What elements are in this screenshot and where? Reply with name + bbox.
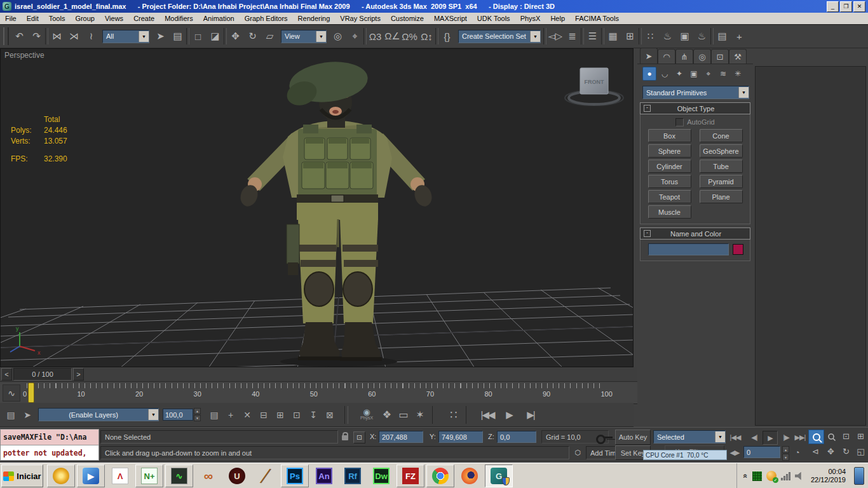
auto-key-button[interactable]: Auto Key [615,430,651,445]
field-of-view-icon[interactable]: ⊲ [808,445,823,458]
play-button[interactable]: ▶ [763,431,778,445]
infinity-app-icon[interactable]: ∞ [195,465,222,487]
snap-toggle-3d-icon[interactable]: Ω3 [367,27,384,46]
collapse-layer-icon[interactable]: ↧ [305,406,322,424]
zoom-extents-icon[interactable]: ⊡ [839,430,853,443]
go-to-start-button[interactable]: |◀◀ [728,431,742,444]
object-type-button[interactable]: Cone [700,129,743,142]
autogrid-checkbox[interactable] [675,118,684,126]
physx-rewind-icon[interactable]: |◀◀ [479,406,496,424]
menu-item[interactable]: Modifiers [159,14,198,23]
selection-lock-icon[interactable] [342,435,348,440]
menu-item[interactable]: Animation [198,14,240,23]
tab-display[interactable]: ⊡ [711,49,729,64]
viewcube-front-face[interactable]: FRONT [585,79,604,85]
toolbar-grip[interactable] [3,27,9,45]
go-to-end-button[interactable]: ▶▶| [793,431,807,444]
object-color-swatch[interactable] [733,244,743,255]
menu-item[interactable]: Tools [44,14,71,23]
menu-item[interactable]: FACIMA Tools [570,14,624,23]
listener-output-line[interactable]: potter not updated, [1,445,98,460]
tab-utilities[interactable]: ⚒ [729,49,747,64]
time-configuration-icon[interactable]: ◔ [790,447,803,458]
tray-clock[interactable]: 00:04 22/12/2019 [808,468,846,484]
object-name-field[interactable] [648,243,729,255]
network-signal-icon[interactable] [781,471,790,480]
menu-item[interactable]: Customize [386,14,429,23]
y-coordinate-field[interactable]: 749,608 [438,431,483,443]
viewcube[interactable]: FRONT [565,68,623,105]
next-frame-button[interactable]: |▶ [779,431,793,444]
spin-up-icon[interactable]: ▲ [782,446,789,453]
pan-hand-icon[interactable]: ✥ [824,445,838,458]
object-type-button[interactable]: Sphere [648,144,691,158]
filezilla-icon[interactable]: FZ [397,464,424,487]
select-by-name-icon[interactable]: ▤ [169,27,186,46]
select-and-move-icon[interactable]: ✥ [227,27,244,46]
cameras-icon[interactable]: ▣ [688,67,700,80]
photoshop-icon[interactable]: Ps [281,464,309,487]
reference-coordinate-dropdown[interactable]: View▼ [281,30,327,43]
object-type-button[interactable]: Pyramid [700,175,743,188]
tray-grid-app-icon[interactable] [752,471,762,481]
menu-item[interactable]: Group [70,14,100,23]
layer-weight-value[interactable]: 100,0 [163,409,193,421]
disable-layer-icon[interactable]: ⊠ [322,406,338,424]
select-and-link-icon[interactable]: ⋈ [48,27,65,46]
paste-layer-icon[interactable]: ⊞ [272,406,288,424]
zoom-all-icon[interactable] [824,430,838,443]
tab-hierarchy[interactable]: ⋔ [675,49,693,64]
maxscript-mini-listener[interactable]: saveMAXFile "D:\Ana potter not updated, [0,429,99,461]
geometry-icon[interactable]: ● [642,67,656,81]
shapes-icon[interactable]: ◡ [658,67,671,80]
hide-icons-chevron-icon[interactable]: « [742,474,750,478]
named-selection-set-dropdown[interactable]: Create Selection Set▼ [458,30,541,43]
previous-frame-button[interactable]: ◀| [747,431,761,444]
system-monitor-icon[interactable]: ∿ [165,464,193,487]
quick-render-icon[interactable]: ♨ [693,27,710,46]
menu-item[interactable]: Help [545,14,570,23]
z-coordinate-field[interactable]: 0,0 [497,431,536,443]
unreal-engine-icon[interactable]: U [224,465,250,487]
angle-snap-icon[interactable]: Ω∠ [384,27,401,46]
physx-ragdoll-icon[interactable]: ✶ [412,406,428,424]
delete-layer-icon[interactable]: ✕ [239,406,255,424]
select-and-scale-icon[interactable]: ▱ [261,27,278,46]
curve-editor-icon[interactable]: ▦ [604,27,621,46]
script-listener-icon[interactable]: ▤ [714,27,731,46]
communicator-cube-icon[interactable]: ⬡ [572,447,583,458]
paste-active-layer-icon[interactable]: ⊡ [288,406,305,424]
absolute-offset-toggle-icon[interactable]: ⊡ [353,431,365,444]
spin-down-icon[interactable]: ▼ [782,454,789,461]
current-frame-field[interactable]: 0 [743,446,780,458]
spin-down-icon[interactable]: ▼ [194,415,201,421]
name-color-rollout-header[interactable]: - Name and Color [640,227,750,240]
next-frame-arrow[interactable]: > [73,368,84,381]
time-slider-handle[interactable] [28,383,34,403]
copy-layer-icon[interactable]: ⊟ [255,406,272,424]
object-type-button[interactable]: Tube [700,159,743,173]
bind-to-spacewarp-icon[interactable]: ≀ [83,27,100,46]
layer-manager-icon[interactable]: ☰ [584,27,601,46]
show-desktop-button[interactable] [854,467,864,485]
object-type-button[interactable]: Cylinder [648,159,691,173]
systems-icon[interactable]: ✳ [731,67,744,80]
menu-item[interactable]: PhysX [515,14,546,23]
graphics-app-icon[interactable] [47,464,75,487]
listener-macro-line[interactable]: saveMAXFile "D:\Ana [1,430,98,445]
key-mode-toggle-icon[interactable]: ◀▶ [728,447,741,458]
arc-rotate-icon[interactable]: ↻ [839,445,853,458]
perspective-viewport[interactable]: FRONT x y Perspective Total Polys: 24.44… [0,48,634,367]
previous-frame-arrow[interactable]: < [1,368,12,381]
percent-snap-icon[interactable]: Ω% [401,27,418,46]
material-editor-icon[interactable]: ∷ [642,27,659,46]
render-setup-icon[interactable]: ♨ [659,27,676,46]
lights-icon[interactable]: ✦ [673,67,686,80]
helpers-icon[interactable]: ⌖ [702,67,715,80]
object-type-button[interactable]: Box [648,129,691,142]
add-layer-icon[interactable]: + [222,406,239,424]
schematic-view-icon[interactable]: ⊞ [621,27,639,46]
set-key-icon[interactable] [596,434,613,442]
firefox-icon[interactable] [456,465,483,487]
title-bar[interactable]: G israel_soldier_1_model_final.max - Pro… [0,0,868,13]
